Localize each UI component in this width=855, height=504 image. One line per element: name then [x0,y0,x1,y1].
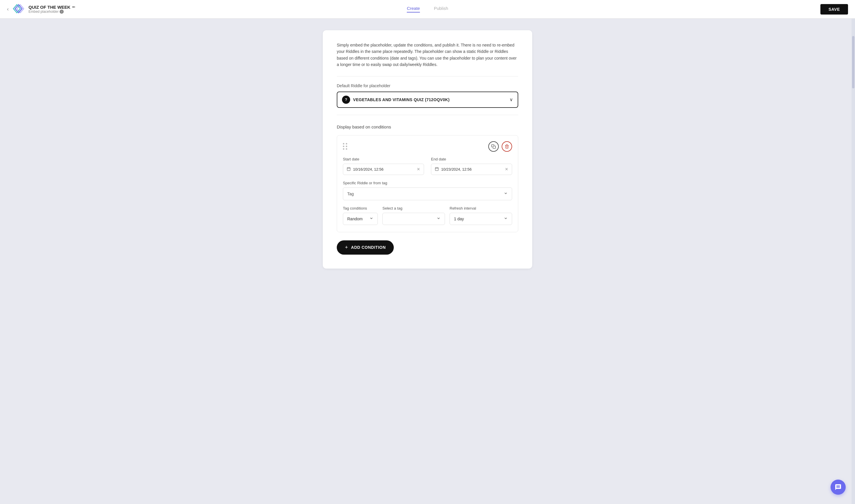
tag-conditions-value: Random [347,217,363,221]
drag-dot [346,146,347,147]
end-date-value: 10/23/2024, 12:56 [441,167,503,172]
tag-conditions-chevron-icon [369,216,373,221]
drag-dot [343,146,344,147]
refresh-interval-label: Refresh interval [450,206,512,211]
tag-conditions-select[interactable]: Random [343,213,378,225]
edit-title-icon[interactable]: ✏ [72,5,75,9]
delete-condition-button[interactable] [502,141,512,152]
select-tag-field: Select a tag [382,206,445,225]
drag-dot [343,148,344,150]
chat-button[interactable] [831,480,846,495]
header-right: SAVE [820,4,848,15]
condition-actions [488,141,512,152]
back-button[interactable]: ‹ [7,6,9,12]
scrollbar-track[interactable] [852,19,855,504]
tab-publish[interactable]: Publish [434,6,448,13]
refresh-interval-field: Refresh interval 1 day [450,206,512,225]
title-text: QUIZ OF THE WEEK [29,5,70,10]
header-left: ‹ QUIZ OF THE WEEK ✏ Embed placeholder i [7,2,77,16]
start-date-field: Start date 10/16/2024, 12:56 [343,157,424,175]
header-title-block: QUIZ OF THE WEEK ✏ Embed placeholder i [29,5,75,14]
end-date-input[interactable]: 10/23/2024, 12:56 ✕ [431,164,512,175]
start-date-input[interactable]: 10/16/2024, 12:56 ✕ [343,164,424,175]
logo-icon [12,2,25,16]
svg-rect-8 [435,167,439,170]
select-tag-select[interactable] [382,213,445,225]
end-date-label: End date [431,157,512,161]
riddle-tag-field: Specific Riddle or from tag Tag [343,181,512,200]
drag-handle[interactable] [343,143,348,150]
tag-conditions-field: Tag conditions Random [343,206,378,225]
add-condition-label: ADD CONDITION [351,245,386,250]
save-button[interactable]: SAVE [820,4,848,15]
calendar-icon [347,167,351,172]
svg-rect-3 [493,146,495,148]
main-content: Simply embed the placeholder, update the… [0,19,855,292]
app-title: QUIZ OF THE WEEK ✏ [29,5,75,10]
chevron-down-icon: ∨ [509,97,513,102]
refresh-interval-chevron-icon [504,216,508,221]
drag-dot [343,143,344,144]
select-tag-chevron-icon [437,216,441,221]
header-nav: Create Publish [407,6,448,13]
conditions-header: Display based on conditions [337,124,518,129]
default-riddle-selector[interactable]: ? VEGETABLES AND VITAMINS QUIZ (712OQV0K… [337,92,518,108]
header-subtitle: Embed placeholder i [29,10,75,14]
end-date-field: End date 10/23/2024, 12:56 [431,157,512,175]
start-date-label: Start date [343,157,424,161]
riddle-selector-text: VEGETABLES AND VITAMINS QUIZ (712OQV0K) [353,97,507,102]
tab-create[interactable]: Create [407,6,420,13]
default-riddle-section: Default Riddle for placeholder ? VEGETAB… [337,84,518,108]
subtitle-text: Embed placeholder [29,10,58,14]
tag-conditions-label: Tag conditions [343,206,378,211]
drag-dot [346,143,347,144]
condition-block-header [343,141,512,152]
select-tag-label: Select a tag [382,206,445,211]
copy-condition-button[interactable] [488,141,499,152]
tag-dropdown[interactable]: Tag [343,187,512,200]
tag-dropdown-chevron-icon [504,191,508,197]
plus-icon: + [345,245,348,251]
default-riddle-label: Default Riddle for placeholder [337,84,518,88]
intro-text: Simply embed the placeholder, update the… [337,42,518,68]
tag-conditions-row: Tag conditions Random Select a tag [343,206,512,225]
calendar-icon-2 [435,167,439,172]
divider-1 [337,76,518,76]
add-condition-button[interactable]: + ADD CONDITION [337,240,394,255]
date-row: Start date 10/16/2024, 12:56 [343,157,512,175]
specific-riddle-label: Specific Riddle or from tag [343,181,512,185]
app-header: ‹ QUIZ OF THE WEEK ✏ Embed placeholder i… [0,0,855,19]
clear-end-date-icon[interactable]: ✕ [505,167,508,172]
card: Simply embed the placeholder, update the… [323,30,532,269]
condition-block: Start date 10/16/2024, 12:56 [337,135,518,232]
scrollbar-thumb [852,36,854,88]
clear-start-date-icon[interactable]: ✕ [417,167,420,172]
svg-rect-4 [347,167,350,170]
refresh-interval-value: 1 day [454,217,464,221]
start-date-value: 10/16/2024, 12:56 [353,167,414,172]
divider-2 [337,115,518,115]
drag-dot [346,148,347,150]
riddle-question-icon: ? [342,96,350,104]
conditions-section: Display based on conditions [337,124,518,255]
tag-dropdown-text: Tag [347,192,354,196]
info-icon[interactable]: i [59,10,64,14]
refresh-interval-select[interactable]: 1 day [450,213,512,225]
